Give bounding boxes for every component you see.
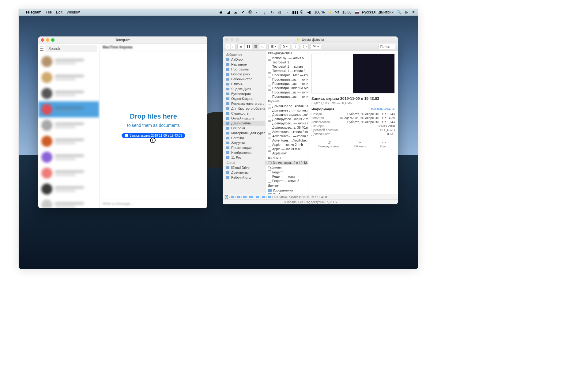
sidebar-item[interactable]: Изображения <box>223 150 265 155</box>
action-button[interactable]: ✿ ▾ <box>280 44 290 49</box>
battery-percent[interactable]: 100 % <box>314 10 325 14</box>
clock-icon[interactable]: ◷ <box>277 10 282 14</box>
sidebar-item[interactable]: Google Диск <box>223 72 265 77</box>
sidebar-item[interactable]: AirDrop <box>223 57 265 62</box>
sidebar-item[interactable]: iCloud Drive <box>223 165 265 170</box>
window-zoom-button[interactable] <box>51 38 55 42</box>
file-row[interactable]: Просматрив...Mac — копия <box>266 73 308 77</box>
file-row[interactable]: Adventures -...копия 2.mp3 <box>266 130 308 134</box>
menubar-user[interactable]: Дмитрий <box>379 10 394 14</box>
cloud-icon[interactable]: ☁ <box>233 10 238 14</box>
file-row[interactable]: Рецепт <box>266 170 308 174</box>
sidebar-item[interactable]: Рабочий стол <box>223 77 265 81</box>
chat-header[interactable]: MacTime Кирова <box>100 44 207 51</box>
menu-icon[interactable] <box>40 47 43 51</box>
telegram-titlebar[interactable]: Telegram <box>38 36 207 44</box>
menubar-extra-icon[interactable]: Ⓜ <box>248 10 252 15</box>
sidebar-item[interactable]: Презентация <box>223 145 265 150</box>
window-zoom-button[interactable] <box>236 38 239 41</box>
file-thumbnail[interactable] <box>311 54 395 93</box>
file-row[interactable]: Просматрив...ас — копия <box>266 77 308 81</box>
action-trim[interactable]: ✂︎Обрезать <box>354 140 366 148</box>
telegram-menubar-icon[interactable]: ◢ <box>226 10 230 14</box>
file-row[interactable]: Долгоруковс...— копия.m4a <box>266 121 308 125</box>
finder-search-input[interactable]: Поиск <box>378 44 395 49</box>
action-rotate[interactable]: ↺Повернуть влево <box>318 140 340 148</box>
share-button[interactable]: ⇧ <box>292 44 299 49</box>
sound-icon[interactable]: ◀) <box>307 10 311 14</box>
sidebar-item[interactable]: Скриншоты <box>223 111 265 116</box>
sidebar-item[interactable]: Материалы для курса <box>223 131 265 135</box>
window-minimize-button[interactable] <box>230 38 234 41</box>
menu-window[interactable]: Window <box>67 10 80 14</box>
file-row[interactable]: Тестовый 1 — копия 2 <box>266 69 308 73</box>
file-row[interactable]: Apple — копия.m4r <box>266 147 308 151</box>
file-row[interactable]: Apple — копия 2.m4r <box>266 142 308 147</box>
file-row[interactable]: Долгоруковс...копия 2.m4a <box>266 117 308 121</box>
sidebar-item[interactable]: Bitrix24 <box>223 81 265 86</box>
siri-icon[interactable]: ◎ <box>404 10 408 14</box>
quicklook-button[interactable]: 👁 ▾ <box>311 44 321 49</box>
sidebar-item[interactable]: Рабочий стол <box>223 175 265 180</box>
finder-titlebar[interactable]: 📁 Демо файлы <box>223 36 398 43</box>
nav-buttons[interactable]: ‹› <box>225 44 236 49</box>
file-row[interactable]: Запись экра...9 в 19.43.03 <box>266 161 308 165</box>
file-row[interactable]: Рецепт — копия <box>266 174 308 179</box>
show-less-link[interactable]: Показать меньше <box>370 108 395 111</box>
sidebar-item[interactable]: 11 Pro <box>223 155 265 160</box>
view-mode-segmented[interactable]: ☰▮▮▥▭ <box>237 44 266 49</box>
battery-icon[interactable]: ▮▮▮ <box>292 10 296 14</box>
window-close-button[interactable] <box>41 38 44 42</box>
display-icon[interactable]: ▭ <box>255 10 260 14</box>
file-row[interactable]: Просматрив...ас — копия 3 <box>266 90 308 94</box>
window-close-button[interactable] <box>225 38 228 41</box>
file-row[interactable]: Просматри...inder на Mac <box>266 86 308 90</box>
menubar-extra-icon[interactable]: ƒ <box>263 10 267 14</box>
group-button[interactable]: ▦ ▾ <box>268 44 278 49</box>
sidebar-item[interactable]: Загрузки <box>223 140 265 145</box>
menubar-app-name[interactable]: Telegram <box>25 10 41 14</box>
wifi-icon[interactable]: ⦿ <box>300 10 304 14</box>
action-more[interactable]: ⋯Еще... <box>380 140 388 148</box>
menubar-extra-icon[interactable]: ◉ <box>219 10 223 14</box>
file-row[interactable]: Adventures -...— копия.mp3 <box>266 134 308 138</box>
file-row[interactable]: Apple.m4r <box>266 151 308 155</box>
menubar-time[interactable]: 13:03 <box>342 10 352 14</box>
menu-file[interactable]: File <box>46 10 51 14</box>
message-input[interactable]: Write a message... <box>100 199 207 208</box>
sidebar-item[interactable]: Carmina <box>223 135 265 140</box>
window-minimize-button[interactable] <box>46 38 49 42</box>
file-row[interactable]: Тестовый 1 <box>266 60 308 64</box>
menubar-day[interactable]: Чт <box>335 10 339 14</box>
file-row[interactable]: Просматрив...ас — копия 4 <box>266 81 308 86</box>
menubar-extra-icon[interactable]: ✔ <box>241 10 245 14</box>
tags-button[interactable]: ◯ <box>301 44 309 49</box>
timemachine-icon[interactable]: ↻ <box>270 10 274 14</box>
sidebar-item[interactable]: Leeloo.ai <box>223 126 265 131</box>
spotlight-icon[interactable]: 🔍 <box>397 10 401 14</box>
sidebar-item[interactable]: Онлайн-школа <box>223 116 265 121</box>
sidebar-item[interactable]: Программы <box>223 67 265 72</box>
file-drop-zone[interactable]: Drop files here to send them as document… <box>100 51 207 199</box>
file-row[interactable]: Домашнее з...— копия.m4a <box>266 108 308 112</box>
file-row[interactable]: Изображения <box>266 188 308 192</box>
file-row[interactable]: Домашнее за...копия 2.m4a <box>266 104 308 108</box>
file-row[interactable]: Использу...— копия 5 <box>266 56 308 60</box>
sidebar-item[interactable]: Для быстрого обмена,... <box>223 106 265 111</box>
sidebar-item[interactable]: Недавние <box>223 62 265 67</box>
search-input[interactable] <box>45 45 97 52</box>
file-row[interactable]: Тестовый 1 — копия <box>266 64 308 69</box>
sidebar-item[interactable]: Бухгалтерия <box>223 91 265 96</box>
file-row[interactable]: Adventures -...YouTube.mp3 <box>266 138 308 142</box>
file-row[interactable]: Просматрив...ас — копия 5 <box>266 94 308 99</box>
sidebar-item[interactable]: Документы <box>223 170 265 175</box>
menubar-language[interactable]: Русская <box>362 10 376 14</box>
notification-center-icon[interactable]: ≡ <box>411 10 416 14</box>
input-source-flag-icon[interactable] <box>355 11 359 14</box>
file-row[interactable]: Домашнее задание...m4a <box>266 112 308 117</box>
sidebar-item[interactable]: Демо файлы <box>223 121 265 126</box>
file-row[interactable]: Рецепт — копия 2 <box>266 179 308 183</box>
bluetooth-icon[interactable]: ᚼ <box>285 10 289 14</box>
finder-path-bar[interactable]: 💽 › ›› ›› ›› › Запись экрана 2019-11-09 … <box>223 194 398 199</box>
sidebar-item[interactable]: Реклама макеты загото... <box>223 101 265 106</box>
